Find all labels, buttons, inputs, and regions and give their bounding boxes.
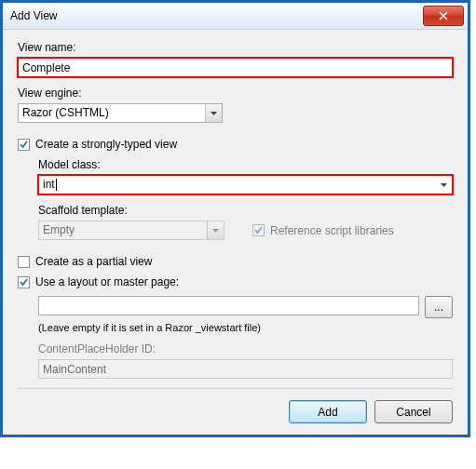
model-class-value: int <box>39 176 436 194</box>
view-engine-label: View engine: <box>18 87 453 100</box>
separator <box>18 388 453 389</box>
window-title: Add View <box>10 9 423 22</box>
layout-hint: (Leave empty if it is set in a Razor _vi… <box>38 322 453 333</box>
button-row: Add Cancel <box>18 396 453 425</box>
titlebar: Add View <box>3 3 468 30</box>
view-engine-value: Razor (CSHTML) <box>19 104 205 122</box>
chevron-down-icon <box>436 176 452 194</box>
strongly-typed-label: Create a strongly-typed view <box>35 138 177 151</box>
add-button[interactable]: Add <box>289 400 367 423</box>
model-class-combo[interactable]: int <box>38 175 453 194</box>
scaffold-template-combo: Empty <box>38 221 224 240</box>
content-placeholder-input <box>38 359 453 379</box>
scaffold-template-value: Empty <box>39 221 207 239</box>
add-view-dialog: Add View View name: View engine: Razor (… <box>0 0 470 437</box>
dialog-content: View name: View engine: Razor (CSHTML) C… <box>3 30 468 435</box>
use-layout-label: Use a layout or master page: <box>35 275 179 288</box>
use-layout-row: Use a layout or master page: <box>18 275 453 288</box>
partial-view-label: Create as a partial view <box>35 255 152 268</box>
partial-view-row: Create as a partial view <box>18 255 453 268</box>
partial-view-checkbox[interactable] <box>18 256 30 268</box>
strongly-typed-row: Create a strongly-typed view <box>18 138 453 151</box>
chevron-down-icon <box>205 104 222 122</box>
close-icon <box>439 11 448 20</box>
view-name-label: View name: <box>18 41 453 54</box>
reference-scripts-label: Reference script libraries <box>270 224 394 237</box>
text-caret <box>56 179 57 191</box>
model-class-label: Model class: <box>38 158 453 171</box>
browse-button[interactable]: ... <box>425 296 453 318</box>
use-layout-checkbox[interactable] <box>18 276 30 288</box>
strongly-typed-checkbox[interactable] <box>18 139 30 151</box>
cancel-button[interactable]: Cancel <box>374 400 453 423</box>
view-name-input[interactable] <box>18 58 453 77</box>
scaffold-template-label: Scaffold template: <box>38 204 453 217</box>
reference-scripts-checkbox <box>252 224 265 236</box>
close-button[interactable] <box>423 6 464 26</box>
layout-path-input[interactable] <box>38 296 419 315</box>
view-engine-combo[interactable]: Razor (CSHTML) <box>18 103 223 123</box>
chevron-down-icon <box>207 221 224 239</box>
content-placeholder-label: ContentPlaceHolder ID: <box>38 342 453 355</box>
